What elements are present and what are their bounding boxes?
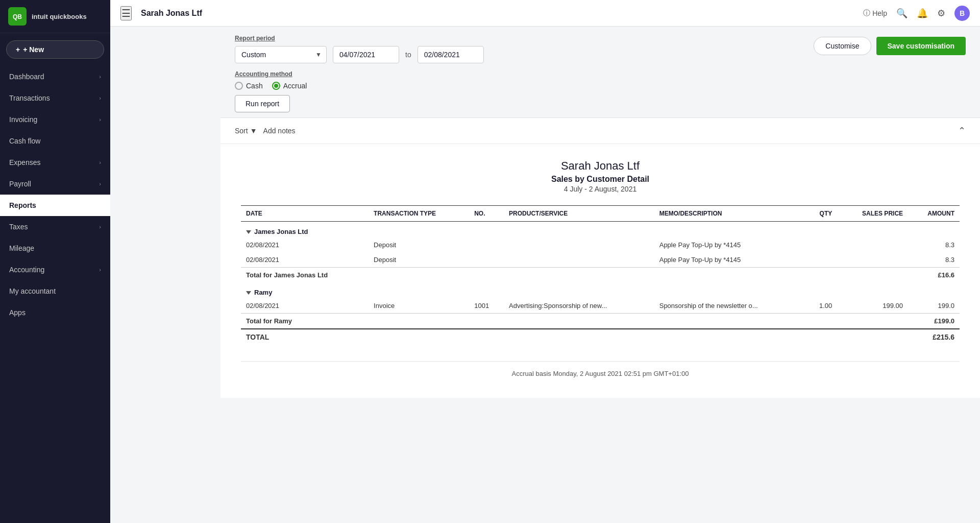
table-cell-date: 02/08/2021 [241, 237, 369, 252]
run-report-button[interactable]: Run report [235, 95, 290, 112]
table-cell-amount: 8.3 [908, 237, 960, 252]
report-date-range: 4 July - 2 August, 2021 [241, 185, 960, 193]
chevron-right-icon: › [99, 159, 101, 165]
group-total-amount: £199.0 [908, 314, 960, 329]
accrual-radio-circle [272, 82, 280, 90]
sidebar-item-cashflow[interactable]: Cash flow [0, 130, 110, 152]
table-cell-product_service [504, 252, 654, 268]
report-toolbar: Sort ▼ Add notes ⌃ [220, 118, 980, 144]
report-table-header-row: DATETRANSACTION TYPENO.PRODUCT/SERVICEME… [241, 206, 960, 222]
sidebar-item-label-payroll: Payroll [9, 180, 31, 188]
gear-icon: ⚙ [937, 8, 945, 19]
group-header-cell: James Jonas Ltd [241, 222, 960, 238]
date-to-input[interactable] [418, 46, 484, 63]
group-total-label: Total for James Jonas Ltd [241, 268, 369, 283]
chevron-right-icon: › [99, 116, 101, 123]
report-company-name: Sarah Jonas Ltf [241, 159, 960, 173]
table-cell-no: 1001 [469, 298, 504, 314]
chevron-up-icon: ⌃ [958, 126, 966, 136]
group-total-amount: £16.6 [908, 268, 960, 283]
table-row: 02/08/2021Invoice1001Advertising:Sponsor… [241, 298, 960, 314]
sidebar-item-reports[interactable]: Reports [0, 195, 110, 216]
table-cell-transaction_type: Deposit [369, 252, 469, 268]
sort-chevron-icon: ▼ [250, 127, 257, 135]
accrual-radio-dot [274, 84, 278, 88]
report-controls: Report period Custom This month Last mon… [220, 27, 980, 118]
report-area: Sort ▼ Add notes ⌃ Sarah Jonas Ltf Sales… [220, 118, 980, 398]
to-label: to [405, 51, 411, 59]
group-header-row: Ramy [241, 282, 960, 298]
plus-icon: + [16, 45, 20, 54]
col-header-no: NO. [469, 206, 504, 222]
help-icon: ⓘ [863, 9, 870, 18]
date-from-input[interactable] [333, 46, 399, 63]
customise-button[interactable]: Customise [814, 37, 871, 55]
sidebar-item-accounting[interactable]: Accounting› [0, 259, 110, 280]
save-customisation-button[interactable]: Save customisation [876, 37, 966, 55]
sidebar-item-label-myaccountant: My accountant [9, 287, 56, 295]
sidebar-header: QB intuit quickbooks [0, 0, 110, 33]
sidebar-item-apps[interactable]: Apps [0, 302, 110, 323]
sidebar-item-payroll[interactable]: Payroll› [0, 173, 110, 195]
settings-button[interactable]: ⚙ [937, 8, 945, 19]
topbar-icons: ⓘ Help 🔍 🔔 ⚙ B [863, 6, 970, 21]
chevron-right-icon: › [99, 95, 101, 101]
table-cell-memo: Apple Pay Top-Up by *4145 [654, 252, 805, 268]
accrual-radio[interactable]: Accrual [272, 82, 307, 90]
table-cell-amount: 8.3 [908, 252, 960, 268]
main-content: Report period Custom This month Last mon… [220, 27, 980, 523]
sidebar-item-mileage[interactable]: Mileage [0, 237, 110, 259]
period-select[interactable]: Custom This month Last month This quarte… [235, 46, 327, 63]
help-label: Help [872, 9, 887, 17]
report-period-label: Report period [235, 35, 484, 42]
add-notes-button[interactable]: Add notes [263, 127, 296, 135]
report-controls-right: Customise Save customisation [814, 37, 966, 55]
report-table-body: James Jonas Ltd02/08/2021DepositApple Pa… [241, 222, 960, 345]
notifications-button[interactable]: 🔔 [917, 8, 928, 19]
grand-total-amount: £215.6 [908, 329, 960, 345]
svg-text:QB: QB [13, 13, 22, 20]
table-cell-sales_price [837, 237, 908, 252]
collapse-button[interactable]: ⌃ [958, 125, 966, 136]
report-footer: Accrual basis Monday, 2 August 2021 02:5… [241, 361, 960, 377]
cash-radio[interactable]: Cash [235, 82, 263, 90]
cash-label: Cash [246, 82, 263, 90]
hamburger-menu-button[interactable]: ☰ [120, 6, 132, 20]
expand-icon [246, 230, 251, 234]
group-header-row: James Jonas Ltd [241, 222, 960, 238]
topbar: ☰ Sarah Jonas Ltf ⓘ Help 🔍 🔔 ⚙ B [110, 0, 980, 27]
user-avatar[interactable]: B [954, 6, 970, 21]
sidebar-item-label-invoicing: Invoicing [9, 115, 37, 124]
sidebar: QB intuit quickbooks + + New Dashboard›T… [0, 0, 110, 523]
sidebar-item-transactions[interactable]: Transactions› [0, 87, 110, 109]
group-total-label: Total for Ramy [241, 314, 369, 329]
col-header-qty: QTY [805, 206, 837, 222]
sidebar-item-myaccountant[interactable]: My accountant [0, 280, 110, 302]
expand-icon [246, 291, 251, 295]
sidebar-item-label-taxes: Taxes [9, 223, 28, 231]
sidebar-item-taxes[interactable]: Taxes› [0, 216, 110, 237]
sort-button[interactable]: Sort ▼ [235, 127, 257, 135]
sidebar-item-invoicing[interactable]: Invoicing› [0, 109, 110, 130]
sidebar-item-label-mileage: Mileage [9, 244, 34, 252]
new-button[interactable]: + + New [6, 40, 104, 59]
help-button[interactable]: ⓘ Help [863, 9, 887, 18]
report-table-header: DATETRANSACTION TYPENO.PRODUCT/SERVICEME… [241, 206, 960, 222]
chevron-right-icon: › [99, 267, 101, 273]
sidebar-item-label-expenses: Expenses [9, 158, 40, 167]
sidebar-item-expenses[interactable]: Expenses› [0, 152, 110, 173]
sidebar-item-label-dashboard: Dashboard [9, 73, 44, 81]
app-brand-text: intuit quickbooks [32, 13, 87, 20]
sidebar-item-dashboard[interactable]: Dashboard› [0, 66, 110, 87]
sort-label: Sort [235, 127, 248, 135]
col-header-sales_price: SALES PRICE [837, 206, 908, 222]
table-cell-sales_price: 199.00 [837, 298, 908, 314]
grand-total-label: TOTAL [241, 329, 369, 345]
sidebar-item-label-apps: Apps [9, 308, 26, 317]
table-row: 02/08/2021DepositApple Pay Top-Up by *41… [241, 252, 960, 268]
table-cell-memo: Apple Pay Top-Up by *4145 [654, 237, 805, 252]
report-controls-top: Report period Custom This month Last mon… [235, 35, 966, 112]
accrual-label: Accrual [283, 82, 307, 90]
col-header-product_service: PRODUCT/SERVICE [504, 206, 654, 222]
search-button[interactable]: 🔍 [896, 8, 908, 19]
